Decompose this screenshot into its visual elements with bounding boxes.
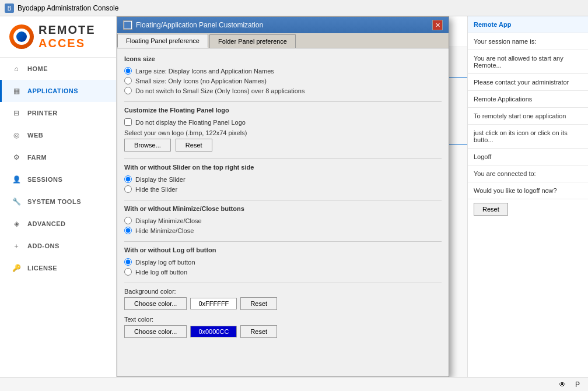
right-panel-remotely-start[interactable]: To remotely start one application <box>468 108 588 125</box>
sidebar-label-web: WEB <box>27 132 43 139</box>
icons-noswitch-radio[interactable] <box>124 87 132 94</box>
bg-color-value: 0xFFFFFF <box>190 298 237 309</box>
dialog-content: Icons size Large size: Display Icons and… <box>117 48 449 376</box>
sidebar-item-license[interactable]: 🔑 LICENSE <box>0 257 116 279</box>
logoff-hide-radio[interactable] <box>124 268 132 276</box>
slider-display-option[interactable]: Display the Slider <box>124 175 442 183</box>
right-panel-remote-applications[interactable]: Remote Applications <box>468 91 588 108</box>
right-panel-reset-button[interactable]: Reset <box>474 203 508 216</box>
right-panel-session-name[interactable]: Your session name is: <box>468 33 588 50</box>
sidebar: REMOTE ACCES ⌂ HOME ▦ APPLICATIONS ⊟ PRI <box>0 16 117 377</box>
sidebar-label-printer: PRINTER <box>27 110 58 117</box>
logo-section-title: Customize the Floating Panel logo <box>124 107 442 114</box>
icons-small-radio[interactable] <box>124 77 132 84</box>
logo-hide-label: Do not display the Floating Panel Logo <box>135 119 246 126</box>
right-panel-contact-admin[interactable]: Please contact your administrator <box>468 74 588 91</box>
browse-row: Browse... Reset <box>124 139 442 152</box>
logoff-hide-option[interactable]: Hide log off button <box>124 268 442 276</box>
icons-small-label: Small size: Only Icons (no Application N… <box>135 78 267 84</box>
dialog-close-button[interactable]: ✕ <box>432 20 443 30</box>
dialog-title-text: Floating/Application Panel Customization <box>123 20 263 30</box>
slider-hide-option[interactable]: Hide the Slider <box>124 185 442 193</box>
right-panel-reset-row: Reset <box>468 199 588 219</box>
dialog-tabs: Floating Panel preference Folder Panel p… <box>117 33 449 48</box>
logo-hide-checkbox[interactable]: Do not display the Floating Panel Logo <box>124 118 442 126</box>
tab-folder-panel[interactable]: Folder Panel preference <box>209 34 296 48</box>
sidebar-label-home: HOME <box>27 65 48 72</box>
sidebar-header: REMOTE ACCES <box>0 16 116 58</box>
sidebar-label-applications: APPLICATIONS <box>27 87 78 94</box>
logo-reset-button[interactable]: Reset <box>176 139 212 152</box>
sidebar-item-web[interactable]: ◎ WEB <box>0 124 116 146</box>
logo-icon <box>9 24 34 49</box>
advanced-icon: ◈ <box>11 219 22 229</box>
bottom-strip: 👁 P <box>0 377 588 391</box>
logo-inner <box>13 29 30 45</box>
app-window: B Byodapp Administration Console REMOTE … <box>0 0 588 391</box>
logo-hide-check[interactable] <box>124 118 132 126</box>
icons-large-option[interactable]: Large size: Display Icons and Applicatio… <box>124 67 442 75</box>
sidebar-logo: REMOTE ACCES <box>9 23 107 50</box>
farm-icon: ⚙ <box>11 152 22 163</box>
sidebar-label-tools: SYSTEM TOOLS <box>27 198 81 205</box>
slider-hide-radio[interactable] <box>124 185 132 193</box>
right-panel: Remote App Your session name is: You are… <box>467 16 588 377</box>
web-icon: ◎ <box>11 130 22 140</box>
svg-text:B: B <box>8 5 12 12</box>
slider-hide-label: Hide the Slider <box>135 186 177 193</box>
sidebar-item-home[interactable]: ⌂ HOME <box>0 58 116 80</box>
svg-rect-2 <box>124 22 131 29</box>
apps-icon: ▦ <box>11 86 22 96</box>
minimize-display-option[interactable]: Display Minimize/Close <box>124 217 442 224</box>
title-bar: B Byodapp Administration Console <box>0 0 588 16</box>
minimize-hide-radio[interactable] <box>124 227 132 234</box>
separator-2 <box>124 158 442 159</box>
home-icon: ⌂ <box>11 64 22 74</box>
minimize-section-title: With or without Minimize/Close buttons <box>124 205 442 212</box>
right-panel-connected-to[interactable]: You are connected to: <box>468 165 588 182</box>
bg-color-row: Choose color... 0xFFFFFF Reset <box>124 297 442 310</box>
logoff-display-radio[interactable] <box>124 258 132 266</box>
sidebar-item-sessions[interactable]: 👤 SESSIONS <box>0 168 116 191</box>
slider-display-radio[interactable] <box>124 175 132 183</box>
bg-reset-button[interactable]: Reset <box>240 297 277 310</box>
browse-button[interactable]: Browse... <box>124 139 171 152</box>
sidebar-item-applications[interactable]: ▦ APPLICATIONS <box>0 80 116 102</box>
right-panel-click-icon[interactable]: just click on its icon or click on its b… <box>468 125 588 149</box>
slider-options: Display the Slider Hide the Slider <box>124 175 442 193</box>
icons-noswitch-label: Do not switch to Small Size (Only Icons)… <box>135 87 304 94</box>
right-panel-logoff-now[interactable]: Would you like to logoff now? <box>468 182 588 199</box>
dialog-title-label: Floating/Application Panel Customization <box>136 21 263 29</box>
icons-large-label: Large size: Display Icons and Applicatio… <box>135 68 274 75</box>
addons-icon: ＋ <box>11 241 22 251</box>
sidebar-item-system-tools[interactable]: 🔧 SYSTEM TOOLS <box>0 191 116 213</box>
slider-section-title: With or without Slider on the top right … <box>124 164 442 171</box>
logoff-display-option[interactable]: Display log off button <box>124 258 442 266</box>
tools-icon: 🔧 <box>11 196 22 207</box>
bg-choose-button[interactable]: Choose color... <box>124 297 187 310</box>
tab-floating-panel[interactable]: Floating Panel preference <box>117 34 208 48</box>
sidebar-item-printer[interactable]: ⊟ PRINTER <box>0 102 116 124</box>
icons-small-option[interactable]: Small size: Only Icons (no Application N… <box>124 77 442 84</box>
minimize-display-radio[interactable] <box>124 217 132 224</box>
separator-1 <box>124 101 442 102</box>
logoff-display-label: Display log off button <box>135 259 195 266</box>
text-choose-button[interactable]: Choose color... <box>124 325 187 338</box>
text-reset-button[interactable]: Reset <box>240 325 277 338</box>
dialog-title-icon <box>123 20 132 30</box>
right-panel-not-allowed[interactable]: You are not allowed to start any Remote.… <box>468 50 588 74</box>
right-panel-logoff[interactable]: Logoff <box>468 149 588 165</box>
eye-icon[interactable]: 👁 <box>556 379 568 390</box>
preview-icon[interactable]: P <box>572 379 583 390</box>
right-panel-remote-app[interactable]: Remote App <box>468 16 588 33</box>
minimize-hide-option[interactable]: Hide Minimize/Close <box>124 227 442 234</box>
text-color-label: Text color: <box>124 316 442 323</box>
dialog-title-bar: Floating/Application Panel Customization… <box>117 17 449 33</box>
sidebar-item-farm[interactable]: ⚙ FARM <box>0 146 116 168</box>
separator-3 <box>124 200 442 200</box>
icons-large-radio[interactable] <box>124 67 132 75</box>
icons-noswitch-option[interactable]: Do not switch to Small Size (Only Icons)… <box>124 87 442 94</box>
sessions-icon: 👤 <box>11 174 22 185</box>
sidebar-item-advanced[interactable]: ◈ ADVANCED <box>0 213 116 235</box>
sidebar-item-add-ons[interactable]: ＋ ADD-ONS <box>0 235 116 257</box>
